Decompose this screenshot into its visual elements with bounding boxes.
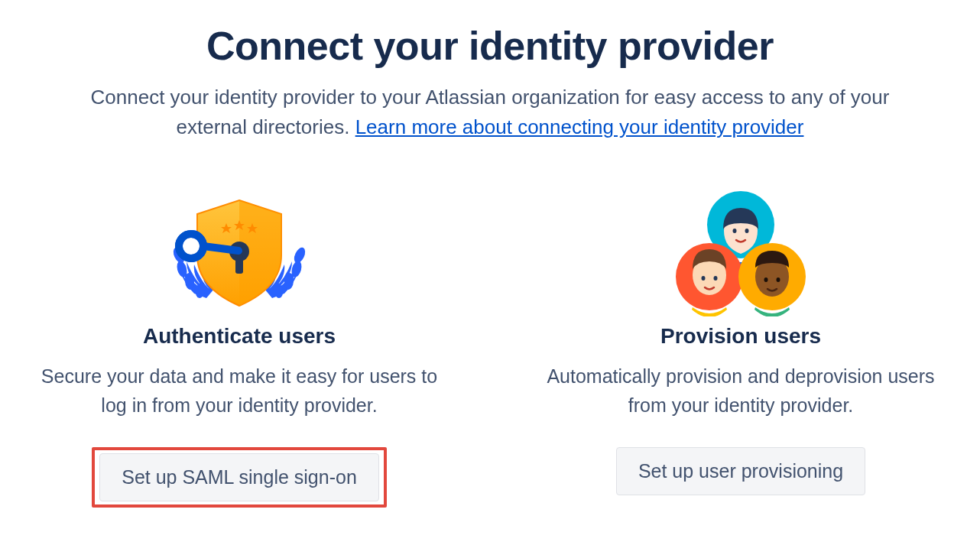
- saml-button-highlight: Set up SAML single sign-on: [92, 447, 387, 508]
- identity-provider-page: Connect your identity provider Connect y…: [39, 23, 941, 508]
- shield-key-laurel-icon: [159, 187, 320, 316]
- svg-point-27: [777, 277, 780, 282]
- svg-point-22: [702, 276, 706, 281]
- page-subtitle: Connect your identity provider to your A…: [76, 83, 904, 142]
- svg-rect-12: [235, 255, 243, 274]
- option-cards: Authenticate users Secure your data and …: [39, 187, 941, 508]
- svg-point-23: [714, 276, 718, 281]
- provision-desc: Automatically provision and deprovision …: [534, 362, 947, 420]
- authenticate-card: Authenticate users Secure your data and …: [0, 187, 484, 508]
- provision-card: Provision users Automatically provision …: [496, 187, 980, 508]
- people-avatars-icon: [660, 187, 821, 316]
- svg-line-14: [203, 246, 239, 251]
- authenticate-desc: Secure your data and make it easy for us…: [33, 362, 446, 420]
- authenticate-title: Authenticate users: [143, 324, 336, 349]
- setup-saml-button[interactable]: Set up SAML single sign-on: [99, 453, 379, 501]
- svg-point-19: [745, 229, 749, 233]
- svg-point-26: [764, 277, 768, 282]
- provision-title: Provision users: [660, 324, 821, 349]
- learn-more-link[interactable]: Learn more about connecting your identit…: [355, 115, 804, 138]
- setup-provisioning-button[interactable]: Set up user provisioning: [616, 447, 865, 495]
- svg-point-16: [185, 240, 197, 252]
- page-title: Connect your identity provider: [39, 23, 941, 69]
- svg-point-18: [733, 229, 737, 233]
